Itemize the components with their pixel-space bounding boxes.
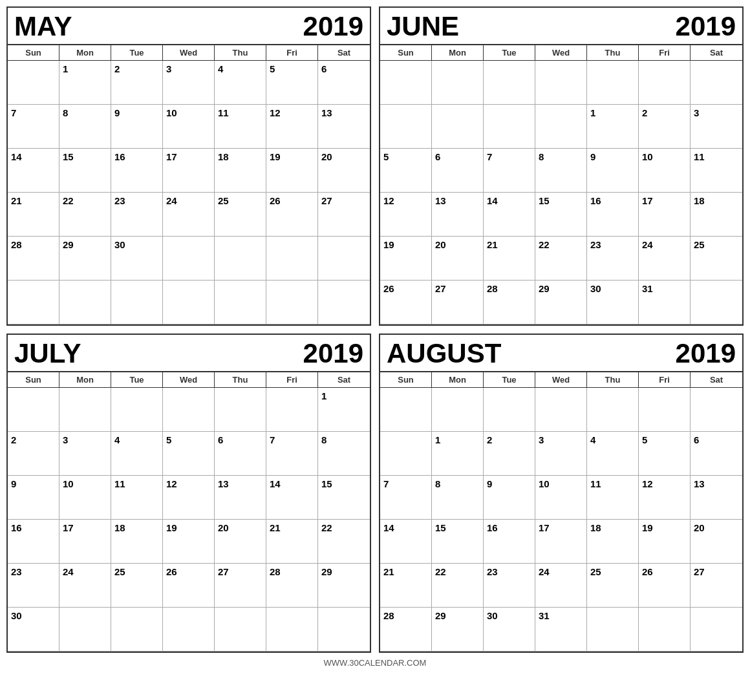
day-name-thu: Thu bbox=[587, 45, 639, 60]
cal-cell: 9 bbox=[8, 476, 59, 520]
cal-cell: 25 bbox=[215, 193, 266, 237]
cal-cell: 15 bbox=[432, 520, 484, 564]
cal-cell: 2 bbox=[8, 432, 59, 476]
cal-cell: 14 bbox=[266, 476, 318, 520]
cal-cell: 11 bbox=[215, 105, 266, 149]
cal-header-august-2019: AUGUST2019 bbox=[380, 335, 742, 372]
cal-cell: 9 bbox=[484, 476, 535, 520]
cal-cell: 17 bbox=[59, 520, 111, 564]
cal-cell bbox=[380, 61, 432, 105]
cal-cell: 19 bbox=[266, 149, 318, 193]
cal-cell: 20 bbox=[215, 520, 266, 564]
cal-cell bbox=[432, 388, 484, 432]
cal-cell bbox=[215, 388, 266, 432]
day-name-mon: Mon bbox=[432, 372, 484, 387]
cal-cell: 12 bbox=[380, 193, 432, 237]
cal-cell bbox=[215, 608, 266, 652]
day-name-sat: Sat bbox=[318, 372, 370, 387]
cal-cell: 15 bbox=[535, 193, 587, 237]
cal-cell: 17 bbox=[163, 149, 215, 193]
cal-cell: 24 bbox=[163, 193, 215, 237]
cal-cell: 16 bbox=[8, 520, 59, 564]
cal-cell: 13 bbox=[432, 193, 484, 237]
cal-cell bbox=[215, 237, 266, 281]
cal-cell: 1 bbox=[587, 105, 639, 149]
cal-cell: 9 bbox=[587, 149, 639, 193]
cal-cell: 11 bbox=[691, 149, 742, 193]
cal-cell bbox=[266, 237, 318, 281]
cal-cell: 24 bbox=[639, 237, 691, 281]
cal-header-july-2019: JULY2019 bbox=[8, 335, 370, 372]
cal-cell: 30 bbox=[8, 608, 59, 652]
cal-cell: 26 bbox=[639, 564, 691, 608]
day-name-sat: Sat bbox=[691, 372, 742, 387]
cal-cell bbox=[380, 388, 432, 432]
day-name-fri: Fri bbox=[639, 45, 691, 60]
day-name-tue: Tue bbox=[484, 45, 535, 60]
cal-month-july-2019: JULY bbox=[14, 340, 81, 367]
cal-cell: 2 bbox=[111, 61, 163, 105]
cal-cell bbox=[484, 388, 535, 432]
cal-month-may-2019: MAY bbox=[14, 13, 72, 40]
cal-cell: 1 bbox=[432, 432, 484, 476]
cal-cell: 18 bbox=[587, 520, 639, 564]
cal-cell: 4 bbox=[587, 432, 639, 476]
day-name-tue: Tue bbox=[111, 45, 163, 60]
cal-cell: 21 bbox=[484, 237, 535, 281]
day-name-sun: Sun bbox=[8, 45, 59, 60]
cal-cell: 7 bbox=[8, 105, 59, 149]
calendar-may-2019: MAY2019SunMonTueWedThuFriSat 12345678910… bbox=[6, 6, 371, 326]
cal-cell: 26 bbox=[163, 564, 215, 608]
cal-cell: 28 bbox=[266, 564, 318, 608]
cal-cell bbox=[484, 61, 535, 105]
cal-cell: 19 bbox=[639, 520, 691, 564]
cal-cell bbox=[535, 388, 587, 432]
cal-cell bbox=[59, 281, 111, 324]
cal-cell: 8 bbox=[59, 105, 111, 149]
cal-cell: 6 bbox=[215, 432, 266, 476]
cal-cell: 11 bbox=[111, 476, 163, 520]
cal-cell bbox=[691, 281, 742, 324]
cal-cells-june-2019: 1235678910111213141516171819202122232425… bbox=[380, 61, 742, 324]
cal-cell bbox=[484, 105, 535, 149]
cal-cell bbox=[8, 61, 59, 105]
cal-cell: 23 bbox=[111, 193, 163, 237]
cal-cell: 16 bbox=[587, 193, 639, 237]
cal-cell: 26 bbox=[266, 193, 318, 237]
cal-cell bbox=[639, 61, 691, 105]
cal-cell: 1 bbox=[59, 61, 111, 105]
cal-cell: 9 bbox=[111, 105, 163, 149]
cal-cell: 7 bbox=[484, 149, 535, 193]
cal-cell bbox=[266, 608, 318, 652]
cal-cell bbox=[318, 281, 370, 324]
cal-cell: 27 bbox=[432, 281, 484, 324]
cal-cells-may-2019: 1234567891011121314151617181920212223242… bbox=[8, 61, 370, 324]
day-name-thu: Thu bbox=[587, 372, 639, 387]
cal-cell: 23 bbox=[8, 564, 59, 608]
cal-cell: 24 bbox=[535, 564, 587, 608]
cal-cell: 21 bbox=[380, 564, 432, 608]
cal-cell: 7 bbox=[380, 476, 432, 520]
day-name-tue: Tue bbox=[484, 372, 535, 387]
day-name-sun: Sun bbox=[8, 372, 59, 387]
cal-cell bbox=[266, 281, 318, 324]
day-name-sun: Sun bbox=[380, 372, 432, 387]
cal-year-august-2019: 2019 bbox=[676, 340, 736, 367]
cal-cell bbox=[587, 608, 639, 652]
cal-cell: 4 bbox=[111, 432, 163, 476]
day-name-thu: Thu bbox=[215, 372, 266, 387]
cal-cell: 3 bbox=[691, 105, 742, 149]
cal-cell: 21 bbox=[8, 193, 59, 237]
cal-cell: 8 bbox=[535, 149, 587, 193]
cal-cell: 28 bbox=[484, 281, 535, 324]
cal-cell: 15 bbox=[59, 149, 111, 193]
day-name-thu: Thu bbox=[215, 45, 266, 60]
cal-cell bbox=[691, 61, 742, 105]
cal-cell: 18 bbox=[111, 520, 163, 564]
cal-cell bbox=[163, 281, 215, 324]
cal-cell: 17 bbox=[535, 520, 587, 564]
cal-cell bbox=[432, 105, 484, 149]
cal-cell: 31 bbox=[535, 608, 587, 652]
cal-cell: 30 bbox=[587, 281, 639, 324]
day-name-sun: Sun bbox=[380, 45, 432, 60]
